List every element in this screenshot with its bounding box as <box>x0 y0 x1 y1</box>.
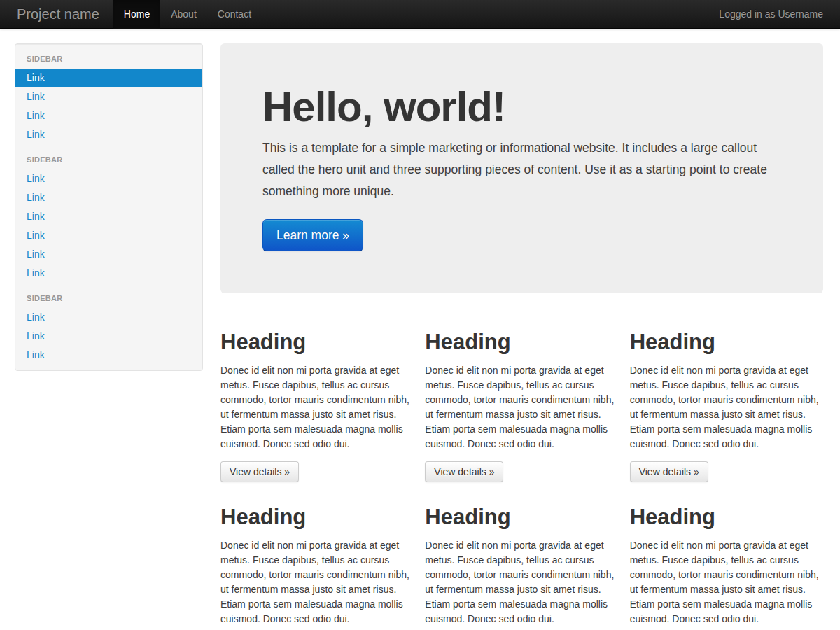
sidebar-link[interactable]: Link <box>15 188 202 207</box>
sidebar-well: SIDEBAR Link Link Link Link SIDEBAR Link… <box>15 43 203 371</box>
navbar-menu-item: Home <box>113 0 160 28</box>
feature-heading: Heading <box>220 503 414 531</box>
sidebar-section-header: SIDEBAR <box>15 50 202 69</box>
feature-text: Donec id elit non mi porta gravida at eg… <box>630 363 823 451</box>
sidebar-list-item: Link <box>15 346 202 365</box>
logged-in-status: Logged in as Username <box>702 0 840 28</box>
navbar-menu-item: About <box>160 0 207 28</box>
feature-card: Heading Donec id elit non mi porta gravi… <box>220 321 414 482</box>
sidebar-list-item: Link <box>15 69 202 88</box>
sidebar-list-item: Link <box>15 88 202 106</box>
sidebar-list-item: Link <box>15 308 202 327</box>
sidebar-link[interactable]: Link <box>15 264 202 283</box>
navbar-menu: Home About Contact <box>113 0 262 28</box>
sidebar-section-header: SIDEBAR <box>15 289 202 308</box>
sidebar-link[interactable]: Link <box>15 226 202 245</box>
feature-row: Heading Donec id elit non mi porta gravi… <box>220 496 823 630</box>
sidebar-list-item: Link <box>15 264 202 283</box>
sidebar-link[interactable]: Link <box>15 346 202 365</box>
page-container: SIDEBAR Link Link Link Link SIDEBAR Link… <box>0 29 840 630</box>
feature-heading: Heading <box>220 328 414 356</box>
sidebar-link[interactable]: Link <box>15 327 202 346</box>
sidebar-link[interactable]: Link <box>15 169 202 188</box>
hero-title: Hello, world! <box>262 85 781 129</box>
sidebar-list-item: Link <box>15 188 202 207</box>
nav-item-about[interactable]: About <box>160 0 207 29</box>
view-details-button[interactable]: View details » <box>630 461 708 482</box>
learn-more-button[interactable]: Learn more » <box>262 219 363 251</box>
feature-text: Donec id elit non mi porta gravida at eg… <box>220 363 414 451</box>
sidebar-link[interactable]: Link <box>15 245 202 264</box>
view-details-button[interactable]: View details » <box>425 461 503 482</box>
feature-text: Donec id elit non mi porta gravida at eg… <box>220 538 414 626</box>
feature-card: Heading Donec id elit non mi porta gravi… <box>630 496 823 630</box>
hero-text: This is a template for a simple marketin… <box>262 137 781 202</box>
sidebar-list-item: Link <box>15 226 202 245</box>
sidebar-link[interactable]: Link <box>15 207 202 226</box>
main-content: Hello, world! This is a template for a s… <box>220 43 823 630</box>
feature-card: Heading Donec id elit non mi porta gravi… <box>425 321 618 482</box>
sidebar-link[interactable]: Link <box>15 88 202 106</box>
sidebar-link[interactable]: Link <box>15 125 202 144</box>
sidebar-list-item: Link <box>15 327 202 346</box>
sidebar-list-item: Link <box>15 106 202 125</box>
sidebar-link[interactable]: Link <box>15 106 202 125</box>
feature-heading: Heading <box>425 328 618 356</box>
navbar-menu-item: Contact <box>207 0 262 28</box>
feature-row: Heading Donec id elit non mi porta gravi… <box>220 321 823 482</box>
feature-card: Heading Donec id elit non mi porta gravi… <box>220 496 414 630</box>
sidebar-link[interactable]: Link <box>15 308 202 327</box>
feature-card: Heading Donec id elit non mi porta gravi… <box>425 496 618 630</box>
feature-heading: Heading <box>630 503 823 531</box>
hero-unit: Hello, world! This is a template for a s… <box>220 43 823 293</box>
feature-card: Heading Donec id elit non mi porta gravi… <box>630 321 823 482</box>
sidebar-nav-list: SIDEBAR Link Link Link Link SIDEBAR Link… <box>15 50 202 365</box>
sidebar-list-item: Link <box>15 169 202 188</box>
sidebar-list-item: Link <box>15 207 202 226</box>
feature-text: Donec id elit non mi porta gravida at eg… <box>425 363 618 451</box>
sidebar-section-header: SIDEBAR <box>15 150 202 169</box>
top-navbar: Project name Home About Contact Logged i… <box>0 0 840 29</box>
brand-link[interactable]: Project name <box>0 0 113 28</box>
sidebar-list-item: Link <box>15 245 202 264</box>
sidebar-link-active[interactable]: Link <box>15 69 202 88</box>
feature-text: Donec id elit non mi porta gravida at eg… <box>630 538 823 626</box>
sidebar-list-item: Link <box>15 125 202 144</box>
nav-item-home[interactable]: Home <box>113 0 160 29</box>
nav-item-contact[interactable]: Contact <box>207 0 262 29</box>
feature-heading: Heading <box>425 503 618 531</box>
feature-text: Donec id elit non mi porta gravida at eg… <box>425 538 618 626</box>
view-details-button[interactable]: View details » <box>220 461 299 482</box>
feature-heading: Heading <box>630 328 823 356</box>
